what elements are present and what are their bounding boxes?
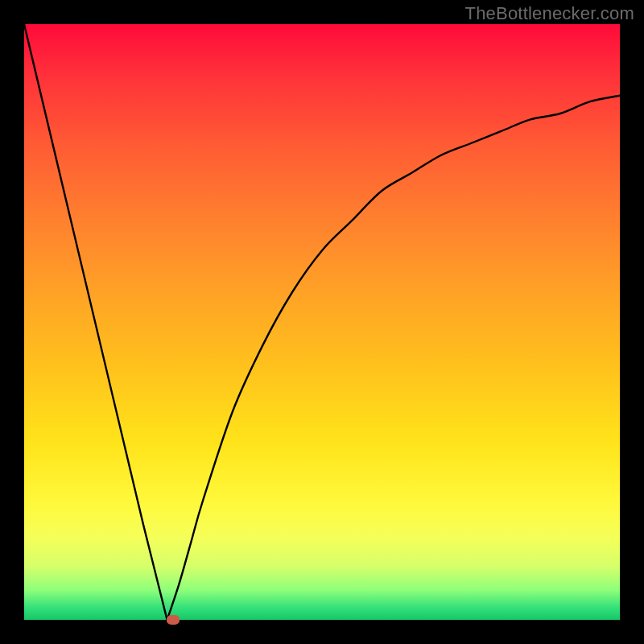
chart-frame: TheBottlenecker.com: [0, 0, 644, 644]
bottleneck-curve: [24, 24, 620, 620]
minimum-marker: [167, 615, 180, 625]
watermark-text: TheBottlenecker.com: [465, 3, 634, 24]
plot-area: [24, 24, 620, 620]
